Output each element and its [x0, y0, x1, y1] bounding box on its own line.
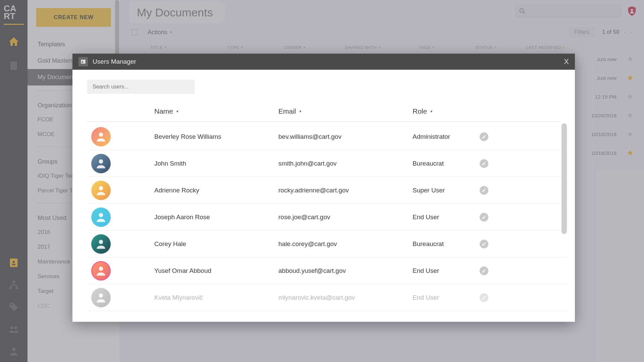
svg-point-16 [99, 213, 103, 217]
avatar [91, 234, 111, 254]
svg-point-19 [99, 293, 103, 298]
user-name: Joseph Aaron Rose [154, 214, 278, 221]
chevron-down-icon: ▼ [299, 110, 302, 113]
user-email: abboud.yusef@cart.gov [278, 267, 413, 275]
user-role: Super User [413, 187, 480, 194]
svg-point-18 [99, 266, 103, 271]
user-email: hale.corey@cart.gov [278, 240, 413, 248]
avatar [91, 181, 111, 200]
user-name: John Smith [154, 160, 278, 167]
user-row[interactable]: John Smithsmith.john@cart.govBureaucrat [87, 150, 567, 177]
col-email[interactable]: Email▼ [278, 107, 413, 115]
svg-rect-11 [81, 60, 86, 64]
svg-point-13 [99, 132, 103, 137]
user-name: Beverley Rose Williams [154, 133, 278, 140]
user-email: smith.john@cart.gov [278, 160, 413, 167]
user-row[interactable]: Joseph Aaron Roserose.joe@cart.govEnd Us… [87, 204, 567, 231]
close-icon[interactable]: X [564, 57, 569, 66]
svg-point-17 [99, 240, 103, 244]
edit-user-button[interactable] [480, 266, 488, 275]
user-role: Administrator [413, 133, 480, 140]
user-row[interactable]: Yusef Omar Abboudabboud.yusef@cart.govEn… [87, 257, 567, 284]
user-name: Adrienne Rocky [154, 187, 278, 194]
search-users-input[interactable] [87, 80, 195, 94]
user-email: rocky.adrienne@cart.gov [278, 187, 413, 194]
users-list: Beverley Rose Williamsbev.williams@cart.… [87, 123, 567, 322]
user-role: Bureaucrat [413, 240, 480, 248]
edit-user-button[interactable] [480, 293, 488, 302]
col-role[interactable]: Role▼ [413, 107, 480, 115]
modal-header: Users Manager X [72, 54, 575, 70]
edit-user-button[interactable] [480, 132, 488, 141]
user-columns: Name▼ Email▼ Role▼ [87, 107, 560, 122]
svg-point-12 [82, 61, 83, 62]
user-role: End User [413, 214, 480, 221]
edit-user-button[interactable] [480, 240, 488, 248]
chevron-down-icon: ▼ [176, 110, 179, 113]
users-manager-modal: Users Manager X Name▼ Email▼ Role▼ Bever… [72, 54, 575, 322]
svg-point-14 [99, 159, 103, 164]
avatar [91, 207, 111, 227]
chevron-down-icon: ▼ [430, 110, 433, 113]
user-role: End User [413, 267, 480, 275]
user-name: Yusef Omar Abboud [154, 267, 278, 275]
user-row[interactable]: Kveta Mlynarovičmlynarovic.kveta@cart.go… [87, 284, 567, 311]
user-row[interactable]: Corey Halehale.corey@cart.govBureaucrat [87, 231, 567, 257]
user-row[interactable]: Beverley Rose Williamsbev.williams@cart.… [87, 123, 567, 150]
avatar [91, 288, 111, 307]
user-row[interactable]: Adrienne Rockyrocky.adrienne@cart.govSup… [87, 177, 567, 204]
col-name[interactable]: Name▼ [154, 107, 278, 115]
modal-title: Users Manager [93, 58, 136, 65]
user-email: rose.joe@cart.gov [278, 214, 413, 221]
users-scrollbar[interactable] [561, 123, 567, 322]
user-name: Corey Hale [154, 240, 278, 248]
modal-body: Name▼ Email▼ Role▼ Beverley Rose William… [72, 70, 575, 322]
avatar [91, 154, 111, 173]
user-email: bev.williams@cart.gov [278, 133, 413, 140]
edit-user-button[interactable] [480, 159, 488, 168]
svg-point-15 [99, 186, 103, 190]
user-role: Bureaucrat [413, 160, 480, 167]
user-role: End User [413, 294, 480, 301]
user-email: mlynarovic.kveta@cart.gov [278, 294, 413, 301]
edit-user-button[interactable] [480, 186, 488, 195]
avatar [91, 261, 111, 281]
user-name: Kveta Mlynarovič [154, 294, 278, 301]
avatar [91, 127, 111, 146]
edit-user-button[interactable] [480, 213, 488, 222]
address-card-icon [78, 57, 88, 66]
